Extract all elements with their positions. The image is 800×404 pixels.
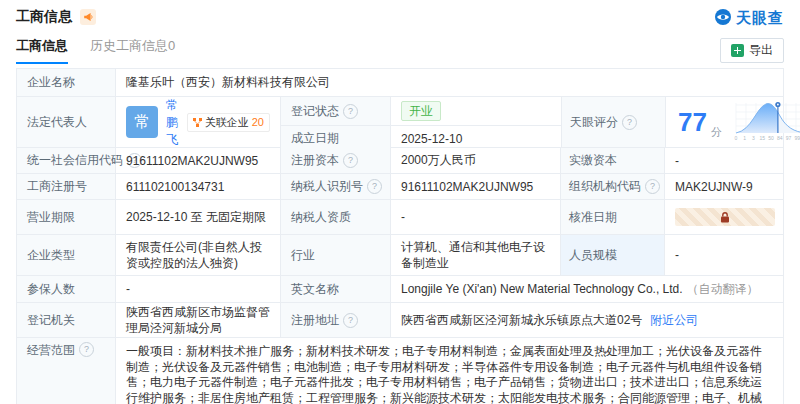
svg-text:50: 50 <box>768 135 774 141</box>
insured-count-label: 参保人数 <box>17 276 116 302</box>
staff-size-value: - <box>665 235 783 275</box>
org-code-label: 组织机构代码? <box>561 174 665 199</box>
svg-text:99: 99 <box>794 135 800 141</box>
english-name-value: Longjile Ye (Xi'an) New Material Technol… <box>391 276 783 302</box>
svg-text:84: 84 <box>777 135 783 141</box>
export-button-label: 导出 <box>749 42 773 59</box>
biz-term-label: 营业期限 <box>17 200 116 234</box>
reg-no-value: 611102100134731 <box>116 174 281 199</box>
row-scope: 经营范围? 一般项目：新材料技术推广服务；新材料技术研发；电子专用材料制造；金属… <box>17 338 783 404</box>
row-biz-term: 营业期限 2025-12-10 至 无固定期限 纳税人资质 - 核准日期 <box>17 200 783 235</box>
reg-status-value: 开业 <box>391 97 561 125</box>
company-type-label: 企业类型 <box>17 235 116 275</box>
reg-authority-label: 登记机关 <box>17 303 116 337</box>
reg-authority-value: 陕西省西咸新区市场监督管理局泾河新城分局 <box>116 303 281 337</box>
related-companies-label: 关联企业 <box>205 115 249 130</box>
row-reg-authority: 登记机关 陕西省西咸新区市场监督管理局泾河新城分局 注册地址? 陕西省西咸新区泾… <box>17 303 783 338</box>
related-companies-count: 20 <box>252 116 264 128</box>
score-number: 77 <box>678 109 707 135</box>
tab-history-business-info[interactable]: 历史工商信息0 <box>90 37 175 64</box>
legal-rep-avatar[interactable]: 常 <box>126 106 158 138</box>
score-unit: 分 <box>711 125 722 140</box>
taxpayer-qual-value: - <box>391 200 561 234</box>
business-info-page: 工商信息 天眼查 工商信息 历史工商信息0 导出 企业名称 隆基乐叶（西安）新材… <box>0 0 800 404</box>
reg-capital-value: 2000万人民币 <box>391 148 561 173</box>
tianyancha-logo-icon <box>714 8 732 29</box>
legal-rep-name-link[interactable]: 常鹏飞 <box>166 97 179 148</box>
help-icon[interactable]: ? <box>79 342 94 357</box>
legal-rep-value: 常 常鹏飞 关联企业 20 <box>116 97 281 147</box>
company-type-value: 有限责任公司(非自然人投资或控股的法人独资) <box>116 235 281 275</box>
address-label: 注册地址? <box>281 303 391 337</box>
scope-value: 一般项目：新材料技术推广服务；新材料技术研发；电子专用材料制造；金属表面处理及热… <box>116 338 783 404</box>
taxpayer-qual-label: 纳税人资质 <box>281 200 391 234</box>
reg-status-label: 登记状态? <box>281 97 391 125</box>
auto-translate-note: （自动翻译） <box>687 281 759 298</box>
paid-capital-label: 实缴资本 <box>561 148 665 173</box>
insured-count-value: - <box>116 276 281 302</box>
row-company-type: 企业类型 有限责任公司(非自然人投资或控股的法人独资) 行业 计算机、通信和其他… <box>17 235 783 276</box>
industry-label: 行业 <box>281 235 391 275</box>
help-icon[interactable]: ? <box>343 104 358 119</box>
english-name-label: 英文名称 <box>281 276 391 302</box>
help-icon[interactable]: ? <box>645 179 660 194</box>
reg-capital-label: 注册资本? <box>281 148 391 173</box>
row-uscc: 统一社会信用代码? 91611102MAK2UJNW95 注册资本? 2000万… <box>17 148 783 174</box>
help-icon[interactable]: ? <box>622 115 637 130</box>
legal-rep-label: 法定代表人 <box>17 97 116 147</box>
paid-capital-value: - <box>665 148 783 173</box>
related-companies-badge[interactable]: 关联企业 20 <box>187 113 270 132</box>
company-name-label: 企业名称 <box>17 69 116 96</box>
row-legal-rep: 法定代表人 常 常鹏飞 关联企业 20 登记状态? 开业 <box>17 97 783 148</box>
svg-text:3: 3 <box>752 135 755 141</box>
biz-term-value: 2025-12-10 至 无固定期限 <box>116 200 281 234</box>
excel-icon <box>731 44 744 57</box>
help-icon[interactable]: ? <box>343 153 358 168</box>
status-date-stack: 登记状态? 开业 成立日期 2025-12-10 <box>281 97 562 147</box>
approval-date-value <box>665 200 785 234</box>
tianyancha-logo: 天眼查 <box>714 8 784 29</box>
svg-text:0: 0 <box>735 135 738 141</box>
help-icon[interactable]: ? <box>343 313 358 328</box>
taxpayer-id-value: 91611102MAK2UJNW95 <box>391 174 561 199</box>
taxpayer-id-label: 纳税人识别号? <box>281 174 391 199</box>
tab-business-info[interactable]: 工商信息 <box>16 37 68 64</box>
network-icon <box>193 118 202 127</box>
business-info-table: 企业名称 隆基乐叶（西安）新材料科技有限公司 法定代表人 常 常鹏飞 关联企业 … <box>16 68 784 404</box>
reg-no-label: 工商注册号 <box>17 174 116 199</box>
topbar: 工商信息 天眼查 <box>16 0 784 34</box>
tabbar: 工商信息 历史工商信息0 导出 <box>16 36 784 64</box>
org-code-value: MAK2UJNW-9 <box>665 174 783 199</box>
svg-text:15: 15 <box>759 135 765 141</box>
score-distribution-chart[interactable]: 0131550849799100 <box>732 99 800 146</box>
svg-text:97: 97 <box>786 135 792 141</box>
industry-value: 计算机、通信和其他电子设备制造业 <box>391 235 561 275</box>
announcement-icon[interactable] <box>80 9 96 25</box>
tianyancha-logo-text: 天眼查 <box>736 9 784 28</box>
export-button[interactable]: 导出 <box>720 38 784 63</box>
row-reg-no: 工商注册号 611102100134731 纳税人识别号? 91611102MA… <box>17 174 783 200</box>
row-insured: 参保人数 - 英文名称 Longjile Ye (Xi'an) New Mate… <box>17 276 783 303</box>
uscc-value: 91611102MAK2UJNW95 <box>116 148 281 173</box>
nearby-companies-link[interactable]: 附近公司 <box>650 312 698 329</box>
score-value-cell: 77 分 0131550849799100 <box>666 97 800 147</box>
help-icon[interactable]: ? <box>367 179 382 194</box>
lock-icon <box>720 212 730 223</box>
svg-text:1: 1 <box>743 135 746 141</box>
staff-size-label: 人员规模 <box>561 235 665 275</box>
page-title: 工商信息 <box>16 8 72 26</box>
score-label: 天眼评分? <box>562 97 666 147</box>
uscc-label: 统一社会信用代码? <box>17 148 116 173</box>
company-name-value: 隆基乐叶（西安）新材料科技有限公司 <box>116 69 783 96</box>
locked-value[interactable] <box>675 208 775 226</box>
scope-label: 经营范围? <box>17 338 116 404</box>
row-company-name: 企业名称 隆基乐叶（西安）新材料科技有限公司 <box>17 69 783 97</box>
status-badge: 开业 <box>401 101 441 121</box>
address-value: 陕西省西咸新区泾河新城永乐镇原点大道02号 附近公司 <box>391 303 783 337</box>
approval-date-label: 核准日期 <box>561 200 665 234</box>
